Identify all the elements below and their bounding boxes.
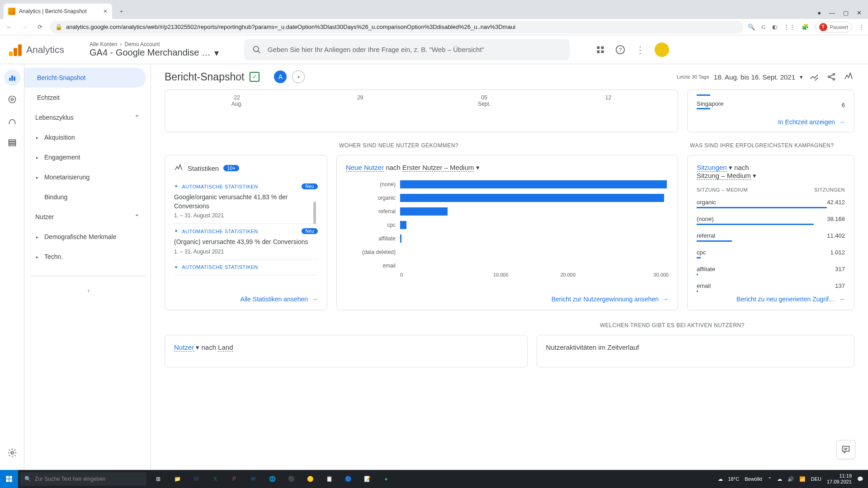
search-icon: 🔍 bbox=[24, 476, 31, 482]
chrome-icon[interactable]: 🌐 bbox=[263, 470, 281, 488]
forward-icon[interactable]: → bbox=[19, 22, 30, 33]
notepad-icon[interactable]: 📝 bbox=[358, 470, 376, 488]
rail-ads-icon[interactable] bbox=[4, 113, 20, 129]
kebab-menu-icon[interactable]: ⋮ bbox=[635, 44, 646, 55]
feedback-button[interactable] bbox=[836, 440, 855, 459]
spotify-icon[interactable]: ● bbox=[377, 470, 395, 488]
search-input[interactable]: Geben Sie hier Ihr Anliegen oder Ihre Fr… bbox=[244, 39, 570, 60]
rail-admin-icon[interactable] bbox=[4, 445, 20, 461]
insight-item[interactable]: ✦ AUTOMATISCHE STATISTIKEN Neu (Organic)… bbox=[174, 224, 318, 260]
audience-badge[interactable]: A bbox=[274, 70, 287, 83]
word-icon[interactable]: W bbox=[187, 470, 205, 488]
edge-icon[interactable]: 🔵 bbox=[339, 470, 357, 488]
app-icon[interactable]: 🟡 bbox=[301, 470, 319, 488]
back-icon[interactable]: ← bbox=[4, 22, 14, 33]
extension-icon[interactable]: ◐ bbox=[772, 23, 777, 30]
chevron-up-icon: ⌃ bbox=[134, 114, 140, 121]
sidebar-section-user[interactable]: Nutzer ⌃ bbox=[24, 207, 151, 227]
app-icon[interactable]: 📋 bbox=[320, 470, 338, 488]
tray-lang[interactable]: DEU bbox=[811, 476, 821, 482]
analytics-logo[interactable]: Analytics bbox=[9, 43, 64, 56]
powerpoint-icon[interactable]: P bbox=[225, 470, 243, 488]
axis-tick: 0 bbox=[400, 272, 467, 277]
new-tab-button[interactable]: ＋ bbox=[115, 5, 127, 18]
sidebar-item-tech[interactable]: Techn. bbox=[24, 247, 146, 267]
add-comparison-button[interactable]: + bbox=[292, 70, 305, 83]
taskbar-clock[interactable]: 11:19 17.09.2021 bbox=[827, 473, 852, 485]
excel-icon[interactable]: X bbox=[206, 470, 224, 488]
minimize-icon[interactable]: — bbox=[829, 9, 835, 16]
sidebar-collapse[interactable]: ‹ bbox=[31, 276, 146, 291]
user-avatar[interactable] bbox=[655, 42, 669, 57]
maximize-icon[interactable]: ▢ bbox=[843, 9, 849, 16]
zoom-icon[interactable]: 🔍 bbox=[748, 23, 755, 30]
breadcrumb-demo: Demo Account bbox=[124, 41, 160, 47]
verified-icon[interactable]: ✓ bbox=[250, 72, 259, 82]
url-input[interactable]: 🔒 analytics.google.com/analytics/web/#/p… bbox=[50, 21, 743, 33]
all-insights-link[interactable]: Alle Statistiken ansehen → bbox=[174, 296, 318, 303]
sidebar-item-retention[interactable]: Bindung bbox=[24, 187, 146, 207]
cell-sessions: 137 bbox=[835, 282, 845, 289]
explorer-icon[interactable]: 📁 bbox=[168, 470, 186, 488]
tray-volume-icon[interactable]: 🔊 bbox=[788, 476, 794, 482]
sidebar-item-realtime[interactable]: Echtzeit bbox=[24, 88, 146, 108]
date-range-picker[interactable]: Letzte 30 Tage 18. Aug. bis 16. Sept. 20… bbox=[677, 73, 803, 81]
chrome-menu-icon[interactable]: ⋮ bbox=[859, 23, 864, 30]
acquisition-title[interactable]: Neue Nutzer nach Erster Nutzer – Medium … bbox=[346, 164, 669, 172]
scrollbar[interactable] bbox=[313, 202, 316, 224]
help-icon[interactable]: ? bbox=[615, 44, 626, 55]
puzzle-icon[interactable]: 🧩 bbox=[802, 23, 809, 30]
task-view-icon[interactable]: ⊞ bbox=[149, 470, 167, 488]
tray-chevron-icon[interactable]: ⌃ bbox=[768, 476, 772, 482]
close-window-icon[interactable]: ✕ bbox=[857, 9, 862, 16]
insight-item[interactable]: ✦ AUTOMATISCHE STATISTIKEN bbox=[174, 260, 318, 275]
lock-icon: 🔒 bbox=[55, 23, 62, 30]
country-title[interactable]: Nutzer ▾ nach Land bbox=[174, 343, 518, 352]
trend-title: Nutzeraktivitäten im Zeitverlauf bbox=[546, 343, 845, 351]
sparkle-icon: ✦ bbox=[174, 228, 178, 234]
dropdown-icon: ▾ bbox=[476, 164, 480, 171]
rail-reports-icon[interactable] bbox=[4, 70, 20, 86]
sidebar-item-demographics[interactable]: Demografische Merkmale bbox=[24, 227, 146, 247]
apps-grid-icon[interactable] bbox=[595, 44, 606, 55]
svg-rect-2 bbox=[597, 46, 599, 49]
customize-icon[interactable] bbox=[808, 71, 820, 83]
insight-item[interactable]: ✦ AUTOMATISCHE STATISTIKEN Neu Google/or… bbox=[174, 179, 318, 224]
account-selector[interactable]: Alle Konten › Demo Account GA4 - Google … bbox=[90, 41, 219, 58]
search-icon bbox=[252, 45, 261, 54]
tray-wifi-icon[interactable]: 📶 bbox=[799, 476, 806, 482]
campaigns-link[interactable]: Bericht zu neu generierten Zugrif… → bbox=[697, 296, 845, 303]
rail-configure-icon[interactable] bbox=[4, 135, 20, 151]
reload-icon[interactable]: ⟳ bbox=[34, 22, 45, 33]
sidebar-item-snapshot[interactable]: Bericht-Snapshot bbox=[24, 68, 146, 88]
insights-icon[interactable] bbox=[843, 71, 854, 83]
weather-icon[interactable]: ☁ bbox=[718, 476, 723, 482]
campaigns-title[interactable]: Sitzungen ▾ nach Sitzung – Medium ▾ bbox=[697, 164, 845, 180]
windows-taskbar: 🔍 Zur Suche Text hier eingeben ⊞ 📁 W X P… bbox=[0, 470, 868, 488]
acquisition-link[interactable]: Bericht zur Nutzergewinnung ansehen → bbox=[346, 296, 669, 303]
account-dot-icon[interactable]: ● bbox=[817, 9, 821, 16]
sidebar-section-lifecycle[interactable]: Lebenszyklus ⌃ bbox=[24, 108, 151, 127]
tray-cloud-icon[interactable]: ☁ bbox=[777, 476, 782, 482]
axis-tick: 30.000 bbox=[602, 272, 669, 277]
svg-rect-3 bbox=[601, 46, 604, 49]
obs-icon[interactable]: ⚫ bbox=[282, 470, 300, 488]
rail-explore-icon[interactable] bbox=[4, 91, 20, 108]
start-button[interactable] bbox=[0, 470, 18, 488]
svg-rect-25 bbox=[9, 479, 12, 482]
share-icon[interactable] bbox=[826, 71, 837, 83]
extension2-icon[interactable]: ⋮⋮ bbox=[783, 23, 795, 30]
sidebar-item-monetization[interactable]: Monetarisierung bbox=[24, 167, 146, 187]
profile-paused[interactable]: T Pausiert bbox=[815, 22, 852, 33]
mail-icon[interactable]: ✉ bbox=[244, 470, 262, 488]
sidebar-item-acquisition[interactable]: Akquisition bbox=[24, 127, 146, 147]
taskbar-search[interactable]: 🔍 Zur Suche Text hier eingeben bbox=[20, 472, 146, 486]
notifications-icon[interactable]: 💬 bbox=[857, 476, 863, 482]
insights-card: Statistiken 10+ ✦ AUTOMATISCHE STATISTIK… bbox=[165, 155, 327, 310]
browser-tab[interactable]: Analytics | Bericht-Snapshot ✕ bbox=[4, 4, 112, 19]
sidebar-item-engagement[interactable]: Engagement bbox=[24, 147, 146, 167]
cell-medium: (none) bbox=[697, 216, 827, 222]
realtime-link[interactable]: In Echtzeit anzeigen → bbox=[697, 118, 845, 126]
translate-icon[interactable]: G bbox=[761, 23, 765, 31]
tab-close-icon[interactable]: ✕ bbox=[103, 8, 108, 14]
